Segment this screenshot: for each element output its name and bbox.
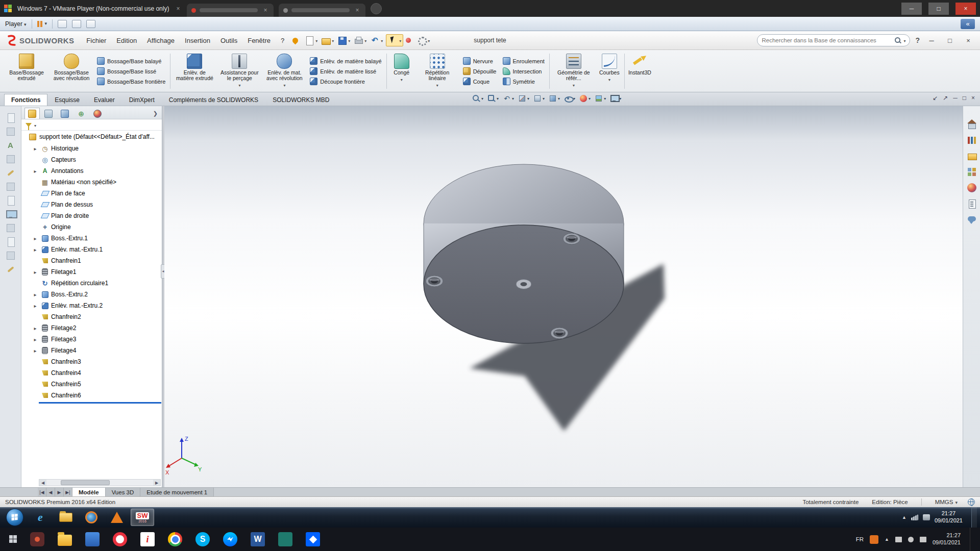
dropdown-arrow-icon[interactable]: [283, 82, 286, 88]
tree-item[interactable]: Chanfrein5: [21, 379, 162, 390]
intersect-button[interactable]: Intersection: [503, 67, 545, 75]
menu-outils[interactable]: Outils: [215, 34, 242, 47]
zoom-fit-icon[interactable]: [472, 94, 483, 103]
tree-item[interactable]: Filetage1: [21, 266, 162, 278]
display-style-icon[interactable]: [548, 94, 560, 103]
dropdown-arrow-icon[interactable]: [238, 82, 241, 88]
curves-button[interactable]: Courbes: [596, 52, 623, 91]
tree-item[interactable]: Matériau <non spécifié>: [21, 177, 162, 188]
menu-aide[interactable]: ?: [276, 34, 289, 47]
help-button[interactable]: ?: [915, 36, 920, 44]
left-tool-6[interactable]: [5, 181, 17, 193]
left-tool-7[interactable]: [5, 194, 17, 207]
swept-boss-button[interactable]: Bossage/Base balayé: [97, 57, 165, 65]
3d-viewport[interactable]: Z X Y: [164, 106, 963, 487]
dropdown-arrow-icon[interactable]: [400, 77, 403, 83]
tab-scroll-left-icon[interactable]: ◀: [46, 488, 55, 496]
custom-properties-icon[interactable]: [966, 198, 977, 209]
vlc-icon[interactable]: [105, 509, 129, 526]
left-tool-2[interactable]: [5, 126, 17, 138]
forum-icon[interactable]: [966, 214, 977, 225]
menu-fichier[interactable]: Fichier: [81, 34, 111, 47]
expand-panel-icon[interactable]: ❯: [153, 110, 162, 119]
tray-app-icon[interactable]: [870, 535, 878, 544]
boundary-boss-button[interactable]: Bossage/Base frontière: [97, 78, 165, 85]
units-selector[interactable]: MMGS: [935, 499, 958, 505]
view-orientation-icon[interactable]: [533, 94, 545, 103]
maximize-button[interactable]: □: [928, 3, 949, 15]
wrap-button[interactable]: Enroulement: [503, 57, 545, 65]
background-tab-1[interactable]: ×: [187, 4, 274, 17]
expand-arrow-icon[interactable]: [32, 292, 39, 297]
tab-vues-3d[interactable]: Vues 3D: [106, 488, 141, 496]
tree-item[interactable]: Enlèv. mat.-Extru.1: [21, 244, 162, 255]
internet-explorer-icon[interactable]: e: [29, 509, 52, 526]
tree-item[interactable]: Plan de face: [21, 188, 162, 199]
tab-evaluer[interactable]: Evaluer: [87, 94, 122, 106]
tab-scroll-right-icon[interactable]: ▶: [55, 488, 64, 496]
lofted-boss-button[interactable]: Bossage/Base lissé: [97, 67, 165, 75]
tree-item[interactable]: Plan de droite: [21, 210, 162, 221]
menu-insertion[interactable]: Insertion: [180, 34, 215, 47]
tree-root-item[interactable]: support tete (Défaut<<Défaut>_État d'aff…: [21, 131, 162, 143]
tree-horizontal-scrollbar[interactable]: ◀ ▶: [39, 479, 161, 486]
solidworks-taskbar-icon[interactable]: SW 2016: [131, 509, 154, 526]
featuremanager-tab[interactable]: [24, 108, 40, 119]
expand-arrow-icon[interactable]: [32, 146, 39, 152]
tab-mbd[interactable]: SOLIDWORKS MBD: [265, 94, 336, 106]
expand-arrow-icon[interactable]: [32, 269, 39, 275]
tree-item[interactable]: Historique: [21, 143, 162, 154]
linear-pattern-button[interactable]: Répétition linéaire: [415, 52, 460, 91]
chrome-icon[interactable]: [164, 529, 186, 549]
battery-icon[interactable]: [920, 537, 926, 542]
tree-item[interactable]: Chanfrein4: [21, 367, 162, 379]
network-icon[interactable]: [895, 537, 902, 542]
file-explorer-icon[interactable]: [54, 529, 76, 549]
rib-button[interactable]: Nervure: [463, 57, 497, 65]
network-icon[interactable]: [911, 514, 918, 520]
volume-icon[interactable]: [923, 514, 930, 520]
tree-item[interactable]: Plan de dessus: [21, 199, 162, 210]
draft-button[interactable]: Dépouille: [463, 67, 497, 75]
dimxpertmanager-tab[interactable]: [74, 108, 89, 119]
tab-scroll-first-icon[interactable]: |◀: [38, 488, 46, 496]
print-button[interactable]: [353, 35, 366, 45]
windows-explorer-icon[interactable]: [54, 509, 78, 526]
app-close-button[interactable]: ×: [962, 35, 975, 46]
swept-cut-button[interactable]: Enlèv. de matière balayé: [310, 57, 381, 65]
profile-button[interactable]: [371, 3, 382, 14]
tree-item[interactable]: Filetage2: [21, 322, 162, 334]
undo-button[interactable]: [370, 35, 383, 45]
app-restore-button[interactable]: □: [943, 35, 957, 46]
view-palette-icon[interactable]: [966, 166, 977, 178]
guest-clock[interactable]: 21:27 09/01/2021: [935, 510, 963, 524]
expand-arrow-icon[interactable]: [32, 168, 39, 174]
hidden-icons-button[interactable]: ▲: [902, 515, 906, 520]
word-icon[interactable]: W: [247, 529, 269, 549]
tree-item[interactable]: Chanfrein2: [21, 311, 162, 322]
instant3d-button[interactable]: Instant3D: [626, 52, 653, 91]
close-icon[interactable]: ×: [174, 5, 182, 12]
expand-arrow-icon[interactable]: [32, 337, 39, 342]
hole-wizard-button[interactable]: Assistance pour le perçage: [217, 52, 262, 91]
show-desktop-button[interactable]: [971, 507, 977, 528]
left-tool-4[interactable]: [5, 153, 17, 165]
expand-pane-icon[interactable]: ↗: [943, 94, 948, 102]
save-button[interactable]: [337, 35, 350, 45]
firefox-icon[interactable]: [80, 509, 103, 526]
opera-icon[interactable]: [109, 529, 131, 549]
messenger-icon[interactable]: [219, 529, 241, 549]
expand-arrow-icon[interactable]: [32, 247, 39, 253]
dropdown-arrow-icon[interactable]: [435, 82, 439, 88]
tab-etude-mouvement[interactable]: Etude de mouvement 1: [140, 488, 214, 496]
tab-dimxpert[interactable]: DimXpert: [122, 94, 162, 106]
background-tab-2[interactable]: ×: [279, 4, 365, 17]
shell-button[interactable]: Coque: [463, 78, 497, 85]
pin-menu-icon[interactable]: [291, 36, 300, 44]
filter-icon[interactable]: [26, 123, 32, 127]
player-menu[interactable]: Player: [5, 20, 27, 28]
resources-home-icon[interactable]: [966, 119, 977, 130]
file-explorer-icon[interactable]: [966, 151, 977, 162]
scrollbar-thumb[interactable]: [61, 480, 110, 485]
select-tool-button[interactable]: [386, 34, 403, 46]
